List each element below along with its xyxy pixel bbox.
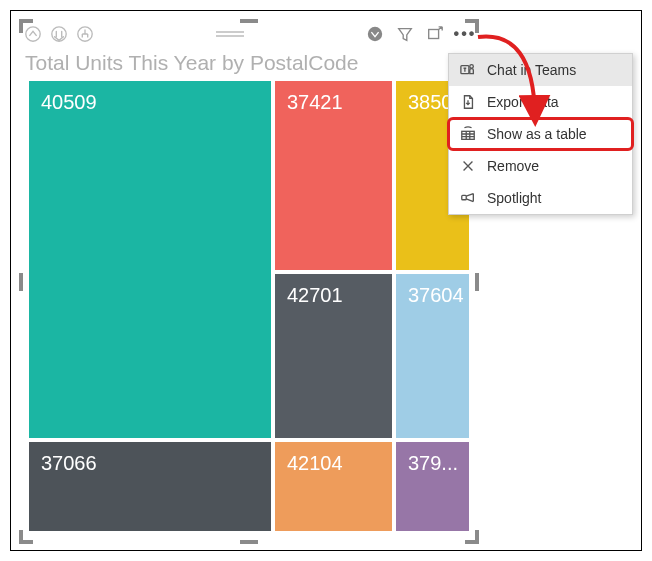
tile-37421[interactable]: 37421 (275, 81, 392, 270)
selection-side-r[interactable] (475, 273, 479, 291)
screenshot-frame: ••• Total Units This Year by PostalCode … (10, 10, 642, 551)
menu-label: Export data (487, 94, 559, 110)
menu-export-data[interactable]: Export data (449, 86, 632, 118)
selection-corner-br[interactable] (465, 530, 479, 544)
selection-side-b[interactable] (240, 540, 258, 544)
menu-remove[interactable]: Remove (449, 150, 632, 182)
remove-icon (459, 157, 477, 175)
svg-point-1 (52, 27, 66, 41)
teams-icon (459, 61, 477, 79)
drag-handle-icon[interactable] (216, 31, 244, 37)
selection-corner-tl[interactable] (19, 19, 33, 33)
menu-label: Show as a table (487, 126, 587, 142)
svg-point-6 (470, 65, 474, 69)
treemap-chart[interactable]: 40509 37066 37421 42701 42104 38501 3760… (29, 81, 469, 531)
tile-42701[interactable]: 42701 (275, 274, 392, 438)
selection-corner-tr[interactable] (465, 19, 479, 33)
visual-toolbar: ••• (19, 19, 479, 47)
menu-label: Remove (487, 158, 539, 174)
drill-down-icon[interactable] (49, 24, 69, 44)
svg-rect-4 (429, 30, 439, 39)
svg-rect-8 (462, 195, 466, 199)
visual-container: ••• Total Units This Year by PostalCode … (19, 19, 479, 544)
tile-379xx[interactable]: 379... (396, 442, 469, 531)
spotlight-icon (459, 189, 477, 207)
focus-mode-icon[interactable] (425, 24, 445, 44)
export-icon (459, 93, 477, 111)
expand-hierarchy-icon[interactable] (75, 24, 95, 44)
menu-show-as-table[interactable]: Show as a table (449, 118, 632, 150)
menu-label: Chat in Teams (487, 62, 576, 78)
tile-37066[interactable]: 37066 (29, 442, 271, 531)
drill-mode-down-icon[interactable] (365, 24, 385, 44)
tile-40509[interactable]: 40509 (29, 81, 271, 438)
context-menu: Chat in Teams Export data Show as a tabl… (448, 53, 633, 215)
table-icon (459, 125, 477, 143)
menu-chat-in-teams[interactable]: Chat in Teams (449, 54, 632, 86)
svg-rect-7 (462, 131, 474, 139)
selection-side-l[interactable] (19, 273, 23, 291)
svg-point-3 (368, 27, 382, 41)
filter-icon[interactable] (395, 24, 415, 44)
tile-42104[interactable]: 42104 (275, 442, 392, 531)
visual-title: Total Units This Year by PostalCode (19, 47, 479, 81)
tile-37604[interactable]: 37604 (396, 274, 469, 438)
menu-spotlight[interactable]: Spotlight (449, 182, 632, 214)
menu-label: Spotlight (487, 190, 541, 206)
selection-side-t[interactable] (240, 19, 258, 23)
selection-corner-bl[interactable] (19, 530, 33, 544)
